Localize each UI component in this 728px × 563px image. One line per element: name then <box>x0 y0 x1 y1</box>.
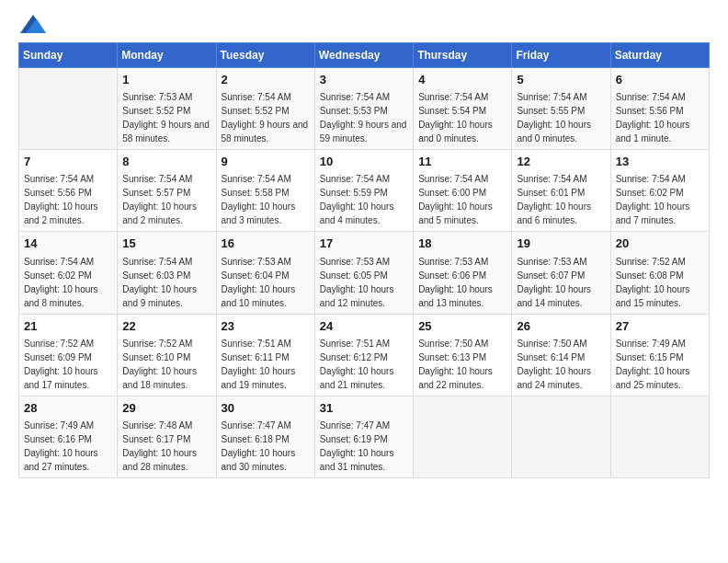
logo <box>18 18 46 33</box>
day-number: 17 <box>320 236 408 252</box>
day-number: 25 <box>418 318 506 335</box>
calendar-cell: 21Sunrise: 7:52 AMSunset: 6:09 PMDayligh… <box>19 314 118 396</box>
day-info: Sunrise: 7:50 AMSunset: 6:14 PMDaylight:… <box>517 337 605 392</box>
column-header-tuesday: Tuesday <box>216 43 314 68</box>
day-info: Sunrise: 7:54 AMSunset: 5:58 PMDaylight:… <box>222 172 310 227</box>
day-info: Sunrise: 7:54 AMSunset: 5:54 PMDaylight:… <box>418 90 506 145</box>
calendar-cell <box>610 396 709 477</box>
calendar-cell: 15Sunrise: 7:54 AMSunset: 6:03 PMDayligh… <box>118 232 216 314</box>
column-header-saturday: Saturday <box>610 43 709 68</box>
calendar-cell: 20Sunrise: 7:52 AMSunset: 6:08 PMDayligh… <box>610 232 709 314</box>
day-info: Sunrise: 7:49 AMSunset: 6:15 PMDaylight:… <box>616 337 704 392</box>
calendar-cell: 18Sunrise: 7:53 AMSunset: 6:06 PMDayligh… <box>414 232 512 314</box>
day-number: 28 <box>24 400 112 417</box>
day-number: 16 <box>222 236 310 252</box>
day-number: 2 <box>222 72 310 88</box>
day-info: Sunrise: 7:54 AMSunset: 6:01 PMDaylight:… <box>517 172 605 227</box>
day-info: Sunrise: 7:54 AMSunset: 5:57 PMDaylight:… <box>122 172 210 227</box>
calendar-cell: 13Sunrise: 7:54 AMSunset: 6:02 PMDayligh… <box>610 150 709 232</box>
calendar-cell: 1Sunrise: 7:53 AMSunset: 5:52 PMDaylight… <box>118 68 216 150</box>
calendar-cell: 26Sunrise: 7:50 AMSunset: 6:14 PMDayligh… <box>512 314 610 396</box>
calendar-week-row: 14Sunrise: 7:54 AMSunset: 6:02 PMDayligh… <box>19 232 710 314</box>
day-info: Sunrise: 7:54 AMSunset: 5:56 PMDaylight:… <box>24 172 112 227</box>
day-info: Sunrise: 7:53 AMSunset: 6:06 PMDaylight:… <box>418 255 506 310</box>
day-number: 9 <box>222 154 310 170</box>
calendar-week-row: 21Sunrise: 7:52 AMSunset: 6:09 PMDayligh… <box>19 314 710 396</box>
day-number: 4 <box>418 72 506 88</box>
day-info: Sunrise: 7:51 AMSunset: 6:12 PMDaylight:… <box>320 337 408 392</box>
day-info: Sunrise: 7:51 AMSunset: 6:11 PMDaylight:… <box>222 337 310 392</box>
calendar-cell: 12Sunrise: 7:54 AMSunset: 6:01 PMDayligh… <box>512 150 610 232</box>
calendar-cell: 25Sunrise: 7:50 AMSunset: 6:13 PMDayligh… <box>414 314 512 396</box>
day-info: Sunrise: 7:53 AMSunset: 5:52 PMDaylight:… <box>122 90 210 145</box>
calendar-cell: 6Sunrise: 7:54 AMSunset: 5:56 PMDaylight… <box>610 68 709 150</box>
day-info: Sunrise: 7:54 AMSunset: 6:03 PMDaylight:… <box>122 255 210 310</box>
calendar-cell: 5Sunrise: 7:54 AMSunset: 5:55 PMDaylight… <box>512 68 610 150</box>
day-number: 14 <box>24 236 112 252</box>
day-number: 15 <box>122 236 210 252</box>
calendar-cell: 17Sunrise: 7:53 AMSunset: 6:05 PMDayligh… <box>314 232 413 314</box>
day-number: 11 <box>418 154 506 170</box>
calendar-cell: 24Sunrise: 7:51 AMSunset: 6:12 PMDayligh… <box>314 314 413 396</box>
day-info: Sunrise: 7:49 AMSunset: 6:16 PMDaylight:… <box>24 419 112 474</box>
day-number: 22 <box>122 318 210 335</box>
calendar-cell: 16Sunrise: 7:53 AMSunset: 6:04 PMDayligh… <box>216 232 314 314</box>
calendar-cell: 19Sunrise: 7:53 AMSunset: 6:07 PMDayligh… <box>512 232 610 314</box>
day-number: 13 <box>616 154 704 170</box>
calendar-cell: 8Sunrise: 7:54 AMSunset: 5:57 PMDaylight… <box>118 150 216 232</box>
calendar-cell: 7Sunrise: 7:54 AMSunset: 5:56 PMDaylight… <box>19 150 118 232</box>
day-info: Sunrise: 7:50 AMSunset: 6:13 PMDaylight:… <box>418 337 506 392</box>
day-number: 7 <box>24 154 112 170</box>
day-number: 8 <box>122 154 210 170</box>
calendar-cell: 27Sunrise: 7:49 AMSunset: 6:15 PMDayligh… <box>610 314 709 396</box>
calendar-cell: 23Sunrise: 7:51 AMSunset: 6:11 PMDayligh… <box>216 314 314 396</box>
day-info: Sunrise: 7:54 AMSunset: 5:52 PMDaylight:… <box>222 90 310 145</box>
calendar-cell: 31Sunrise: 7:47 AMSunset: 6:19 PMDayligh… <box>314 396 413 477</box>
day-number: 10 <box>320 154 408 170</box>
column-header-thursday: Thursday <box>414 43 512 68</box>
day-number: 21 <box>24 318 112 335</box>
column-header-sunday: Sunday <box>19 43 118 68</box>
day-number: 24 <box>320 318 408 335</box>
calendar-cell: 29Sunrise: 7:48 AMSunset: 6:17 PMDayligh… <box>118 396 216 477</box>
calendar-cell <box>414 396 512 477</box>
day-number: 27 <box>616 318 704 335</box>
day-info: Sunrise: 7:54 AMSunset: 5:53 PMDaylight:… <box>320 90 408 145</box>
calendar-cell: 14Sunrise: 7:54 AMSunset: 6:02 PMDayligh… <box>19 232 118 314</box>
page-header <box>18 18 710 33</box>
day-number: 20 <box>616 236 704 252</box>
day-info: Sunrise: 7:47 AMSunset: 6:19 PMDaylight:… <box>320 419 408 474</box>
calendar-week-row: 7Sunrise: 7:54 AMSunset: 5:56 PMDaylight… <box>19 150 710 232</box>
day-number: 1 <box>122 72 210 88</box>
logo-icon <box>20 15 46 33</box>
day-info: Sunrise: 7:54 AMSunset: 6:02 PMDaylight:… <box>24 255 112 310</box>
calendar-cell: 4Sunrise: 7:54 AMSunset: 5:54 PMDaylight… <box>414 68 512 150</box>
day-info: Sunrise: 7:54 AMSunset: 6:00 PMDaylight:… <box>418 172 506 227</box>
column-header-wednesday: Wednesday <box>314 43 413 68</box>
calendar-week-row: 1Sunrise: 7:53 AMSunset: 5:52 PMDaylight… <box>19 68 710 150</box>
calendar-cell: 11Sunrise: 7:54 AMSunset: 6:00 PMDayligh… <box>414 150 512 232</box>
calendar-cell <box>19 68 118 150</box>
column-header-monday: Monday <box>118 43 216 68</box>
calendar-cell: 9Sunrise: 7:54 AMSunset: 5:58 PMDaylight… <box>216 150 314 232</box>
day-info: Sunrise: 7:52 AMSunset: 6:10 PMDaylight:… <box>122 337 210 392</box>
calendar-cell: 30Sunrise: 7:47 AMSunset: 6:18 PMDayligh… <box>216 396 314 477</box>
day-number: 29 <box>122 400 210 417</box>
calendar-cell <box>512 396 610 477</box>
calendar-cell: 22Sunrise: 7:52 AMSunset: 6:10 PMDayligh… <box>118 314 216 396</box>
day-info: Sunrise: 7:52 AMSunset: 6:09 PMDaylight:… <box>24 337 112 392</box>
day-number: 6 <box>616 72 704 88</box>
day-info: Sunrise: 7:48 AMSunset: 6:17 PMDaylight:… <box>122 419 210 474</box>
day-info: Sunrise: 7:54 AMSunset: 5:55 PMDaylight:… <box>517 90 605 145</box>
day-info: Sunrise: 7:53 AMSunset: 6:04 PMDaylight:… <box>222 255 310 310</box>
day-number: 3 <box>320 72 408 88</box>
day-info: Sunrise: 7:54 AMSunset: 6:02 PMDaylight:… <box>616 172 704 227</box>
calendar-cell: 28Sunrise: 7:49 AMSunset: 6:16 PMDayligh… <box>19 396 118 477</box>
day-number: 26 <box>517 318 605 335</box>
calendar-cell: 3Sunrise: 7:54 AMSunset: 5:53 PMDaylight… <box>314 68 413 150</box>
day-number: 19 <box>517 236 605 252</box>
day-info: Sunrise: 7:52 AMSunset: 6:08 PMDaylight:… <box>616 255 704 310</box>
day-number: 23 <box>222 318 310 335</box>
calendar-table: SundayMondayTuesdayWednesdayThursdayFrid… <box>18 42 710 478</box>
column-header-friday: Friday <box>512 43 610 68</box>
